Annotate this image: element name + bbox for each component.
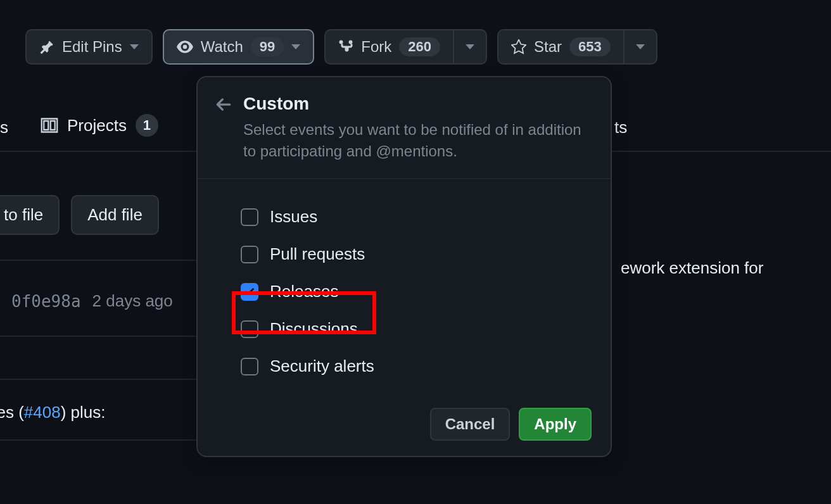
star-button-group: Star 653 xyxy=(497,29,657,65)
watch-label: Watch xyxy=(201,38,243,56)
option-label: Pull requests xyxy=(270,244,365,264)
checkbox-unchecked[interactable] xyxy=(241,208,258,226)
watch-count: 99 xyxy=(251,37,284,56)
option-label: Discussions xyxy=(270,319,358,339)
option-issues[interactable]: Issues xyxy=(236,198,598,236)
checkbox-checked[interactable] xyxy=(241,283,258,301)
fork-count: 260 xyxy=(399,37,440,56)
caret-down-icon xyxy=(466,44,474,49)
star-icon xyxy=(511,39,526,54)
projects-count: 1 xyxy=(136,114,158,137)
popover-title: Custom xyxy=(243,94,589,114)
caret-down-icon xyxy=(636,44,645,49)
divider xyxy=(0,379,196,380)
option-security-alerts[interactable]: Security alerts xyxy=(236,348,598,385)
option-releases[interactable]: Releases xyxy=(236,273,598,310)
tab-projects[interactable]: Projects 1 xyxy=(41,114,158,137)
arrow-left-icon[interactable] xyxy=(215,94,232,113)
fork-dropdown-button[interactable] xyxy=(453,29,487,65)
star-count: 653 xyxy=(569,37,611,56)
nav-fragment-left: s xyxy=(0,118,8,137)
pin-icon xyxy=(39,39,54,54)
checkbox-unchecked[interactable] xyxy=(241,320,258,338)
nav-tabs: Projects 1 xyxy=(41,114,158,137)
checkbox-unchecked[interactable] xyxy=(241,246,258,263)
notification-options: Issues Pull requests Releases Discussion… xyxy=(198,179,611,398)
commit-sha[interactable]: 0f0e98a xyxy=(11,292,81,311)
watch-button[interactable]: Watch 99 xyxy=(163,29,315,65)
fork-button-group: Fork 260 xyxy=(324,29,487,65)
nav-fragment-right: ts xyxy=(614,118,627,137)
option-label: Security alerts xyxy=(270,356,374,376)
divider xyxy=(0,260,196,261)
projects-icon xyxy=(41,117,58,134)
checkbox-unchecked[interactable] xyxy=(241,358,258,375)
popover-footer: Cancel Apply xyxy=(198,398,611,456)
issue-link[interactable]: #408 xyxy=(24,403,61,422)
star-button[interactable]: Star 653 xyxy=(497,29,623,65)
commit-info: 0f0e98a 2 days ago xyxy=(11,291,173,311)
file-buttons: to file Add file xyxy=(0,195,159,235)
popover-header: Custom Select events you want to be noti… xyxy=(198,77,611,179)
fork-icon xyxy=(338,39,353,54)
fork-button[interactable]: Fork 260 xyxy=(324,29,453,65)
popover-description: Select events you want to be notified of… xyxy=(243,119,589,161)
about-fragment: ework extension for xyxy=(621,258,823,278)
commit-message: ges (#408) plus: xyxy=(0,403,105,422)
projects-label: Projects xyxy=(67,116,127,135)
edit-pins-label: Edit Pins xyxy=(62,38,122,56)
eye-icon xyxy=(177,39,193,55)
edit-pins-button[interactable]: Edit Pins xyxy=(25,29,153,65)
cancel-button[interactable]: Cancel xyxy=(430,408,511,441)
divider xyxy=(0,439,196,441)
repo-action-toolbar: Edit Pins Watch 99 Fork 260 Star 653 xyxy=(25,29,831,65)
fork-label: Fork xyxy=(361,38,391,56)
divider xyxy=(0,336,196,337)
go-to-file-button[interactable]: to file xyxy=(0,195,60,235)
add-file-button[interactable]: Add file xyxy=(71,195,159,235)
apply-button[interactable]: Apply xyxy=(519,408,592,441)
option-label: Issues xyxy=(270,207,317,227)
star-label: Star xyxy=(534,38,562,56)
commit-time: 2 days ago xyxy=(92,291,173,311)
watch-custom-popover: Custom Select events you want to be noti… xyxy=(196,76,612,457)
caret-down-icon xyxy=(291,44,300,49)
option-pull-requests[interactable]: Pull requests xyxy=(236,236,598,273)
caret-down-icon xyxy=(130,44,139,49)
option-label: Releases xyxy=(270,282,338,301)
star-dropdown-button[interactable] xyxy=(623,29,657,65)
option-discussions[interactable]: Discussions xyxy=(236,310,598,348)
